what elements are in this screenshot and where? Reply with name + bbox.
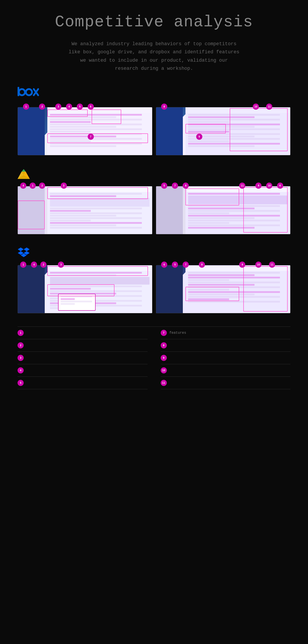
svg-point-2 (26, 89, 32, 95)
gdrive-screen-img-1 (17, 186, 152, 234)
legend-badge-11: 11 (161, 380, 167, 386)
box-screenshot-2: 8 9 10 11 (156, 107, 291, 155)
box-screen-img-1 (17, 107, 152, 155)
dropbox-screen-img-2 (156, 265, 291, 313)
badge-4: 4 (20, 182, 26, 189)
legend-badge-4: 4 (17, 367, 24, 374)
box-logo (17, 86, 44, 100)
legend-item-7: 7 features (161, 327, 291, 339)
badge-5: 5 (77, 104, 83, 110)
legend-badge-5: 5 (17, 380, 24, 386)
badge-9: 9 (196, 134, 202, 140)
svg-marker-11 (24, 248, 29, 251)
page-title: Competitive analysis (17, 13, 291, 31)
badge-3: 3 (55, 104, 61, 110)
badge-10: 10 (255, 262, 262, 268)
gdrive-logo (17, 168, 30, 180)
badge-4: 4 (31, 262, 37, 268)
gdrive-screenshot-2: 5 7 8 11 9 10 6 (156, 186, 291, 234)
badge-7: 7 (88, 134, 94, 140)
badge-5: 5 (161, 182, 167, 189)
badge-1: 1 (23, 104, 29, 110)
badge-10: 10 (266, 182, 272, 189)
badge-2: 2 (39, 182, 45, 189)
badge-9: 9 (255, 182, 262, 189)
legend-item-8: 8 (161, 339, 291, 352)
badge-8: 8 (161, 104, 167, 110)
badge-11: 11 (239, 182, 245, 189)
dropbox-section: 1 4 2 3 (17, 248, 291, 313)
legend-item-3: 3 (17, 352, 148, 364)
dropbox-screenshot-2: 6 5 7 8 9 10 11 (156, 265, 291, 313)
legend-col-left: 1 2 3 4 5 (17, 327, 148, 389)
badge-6: 6 (161, 262, 167, 268)
dropbox-screenshot-1: 1 4 2 3 (17, 265, 152, 313)
badge-5: 5 (172, 262, 178, 268)
legend-item-4: 4 (17, 364, 148, 377)
page-subtitle: We analyzed industry leading behaviors o… (69, 40, 240, 73)
gdrive-screenshot-1: 4 1 2 3 (17, 186, 152, 234)
legend-item-1: 1 (17, 327, 148, 339)
legend-item-5: 5 (17, 377, 148, 389)
badge-11: 11 (269, 262, 275, 268)
legend-label-7: features (169, 331, 186, 335)
badge-3: 3 (58, 262, 64, 268)
badge-6: 6 (88, 104, 94, 110)
box-logo-container (17, 86, 291, 100)
gdrive-screenshots-row: 4 1 2 3 (17, 186, 291, 234)
badge-4: 4 (66, 104, 72, 110)
badge-7: 7 (183, 262, 189, 268)
dropbox-screenshots-row: 1 4 2 3 (17, 265, 291, 313)
legend-badge-8: 8 (161, 342, 167, 348)
badge-2: 2 (39, 104, 45, 110)
legend-col-right: 7 features 8 9 10 11 (161, 327, 291, 389)
badge-3: 3 (61, 182, 67, 189)
badge-6: 6 (277, 182, 283, 189)
svg-marker-9 (22, 169, 26, 172)
gdrive-screen-img-2 (156, 186, 291, 234)
page-container: Competitive analysis We analyzed industr… (0, 0, 308, 407)
legend-badge-3: 3 (17, 355, 24, 361)
badge-8: 8 (183, 182, 189, 189)
legend-badge-9: 9 (161, 355, 167, 361)
dropbox-screen-img-1 (17, 265, 152, 313)
legend-badge-2: 2 (17, 342, 24, 348)
legend-item-10: 10 (161, 364, 291, 377)
svg-marker-10 (18, 248, 24, 251)
legend-badge-7: 7 (161, 330, 167, 336)
svg-point-1 (19, 89, 25, 95)
badge-11: 11 (266, 104, 272, 110)
legend-item-9: 9 (161, 352, 291, 364)
box-section: 1 2 3 4 5 6 7 (17, 86, 291, 155)
gdrive-logo-container (17, 168, 291, 180)
badge-9: 9 (239, 262, 245, 268)
dropbox-logo-container (17, 248, 291, 258)
badge-1: 1 (20, 262, 26, 268)
badge-1: 1 (29, 182, 36, 189)
svg-marker-8 (17, 172, 30, 179)
badge-7: 7 (172, 182, 178, 189)
box-screenshots-row: 1 2 3 4 5 6 7 (17, 107, 291, 155)
gdrive-section: 4 1 2 3 (17, 168, 291, 234)
dropbox-logo (17, 248, 30, 258)
legend-badge-10: 10 (161, 367, 167, 374)
box-screen-img-2 (156, 107, 291, 155)
legend-item-2: 2 (17, 339, 148, 352)
legend-section: 1 2 3 4 5 (17, 326, 291, 389)
badge-8: 8 (199, 262, 205, 268)
badge-2: 2 (40, 262, 46, 268)
box-screenshot-1: 1 2 3 4 5 6 7 (17, 107, 152, 155)
legend-badge-1: 1 (17, 330, 24, 336)
legend-item-11: 11 (161, 377, 291, 389)
legend-columns: 1 2 3 4 5 (17, 327, 291, 389)
badge-10: 10 (253, 104, 259, 110)
